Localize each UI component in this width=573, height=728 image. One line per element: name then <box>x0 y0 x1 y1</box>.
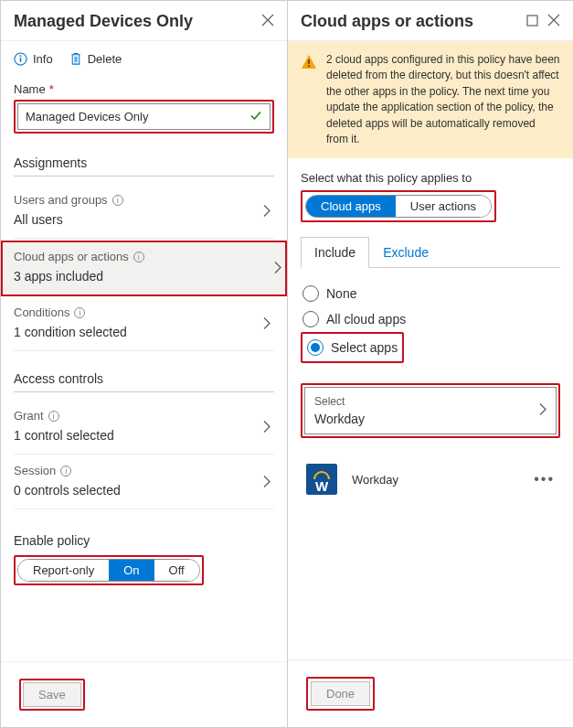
toolbar: Info Delete <box>14 52 274 66</box>
name-input[interactable]: Managed Devices Only <box>17 103 271 130</box>
policy-panel: Managed Devices Only Info Delete Name* M… <box>0 0 287 728</box>
row-grant[interactable]: Granti 1 control selected <box>14 401 274 455</box>
right-panel-title: Cloud apps or actions <box>301 12 517 31</box>
svg-point-1 <box>20 55 22 57</box>
info-icon[interactable]: i <box>133 252 144 262</box>
delete-button[interactable]: Delete <box>69 52 122 66</box>
chevron-right-icon <box>539 403 546 419</box>
workday-logo: W <box>306 464 337 495</box>
app-item-workday: W Workday ••• <box>301 453 560 506</box>
tab-include[interactable]: Include <box>301 237 369 268</box>
info-button[interactable]: Info <box>14 52 53 66</box>
right-panel-header: Cloud apps or actions <box>288 1 573 41</box>
required-asterisk: * <box>49 82 54 96</box>
delete-label: Delete <box>88 52 122 66</box>
pill-report-only[interactable]: Report-only <box>18 560 109 581</box>
select-label: Select <box>314 395 546 408</box>
save-button[interactable]: Save <box>23 682 81 707</box>
assignments-title: Assignments <box>14 155 274 177</box>
info-icon[interactable]: i <box>48 411 59 422</box>
left-panel-header: Managed Devices Only <box>1 1 287 41</box>
more-icon[interactable]: ••• <box>534 471 555 487</box>
save-highlight: Save <box>19 679 85 711</box>
enable-policy-toggle[interactable]: Report-only On Off <box>17 559 200 582</box>
warning-banner: 2 cloud apps configured in this policy h… <box>288 41 573 158</box>
row-cloud-apps[interactable]: Cloud apps or actionsi 3 apps included <box>1 241 287 296</box>
radio-select-apps-highlight: Select apps <box>301 332 404 363</box>
radio-select-apps[interactable]: Select apps <box>305 335 399 360</box>
select-value: Workday <box>314 412 546 426</box>
close-icon[interactable] <box>261 12 274 31</box>
pill-on[interactable]: On <box>109 560 154 581</box>
chevron-right-icon <box>263 204 271 219</box>
chevron-right-icon <box>263 475 271 490</box>
row-conditions[interactable]: Conditionsi 1 condition selected <box>14 298 274 351</box>
pill-user-actions[interactable]: User actions <box>396 196 491 217</box>
pill-off[interactable]: Off <box>154 560 199 581</box>
applies-to-highlight: Cloud apps User actions <box>301 190 496 222</box>
chevron-right-icon <box>263 420 271 435</box>
include-exclude-tabs: Include Exclude <box>301 237 560 268</box>
app-name: Workday <box>352 473 398 487</box>
select-apps-highlight: Select Workday <box>301 383 560 438</box>
info-icon[interactable]: i <box>60 466 71 476</box>
name-input-highlight: Managed Devices Only <box>14 100 274 134</box>
tab-exclude[interactable]: Exclude <box>369 237 442 268</box>
name-input-value: Managed Devices Only <box>26 110 148 123</box>
maximize-icon[interactable] <box>526 12 538 31</box>
pill-cloud-apps[interactable]: Cloud apps <box>306 196 396 217</box>
row-session[interactable]: Sessioni 0 controls selected <box>14 456 274 509</box>
close-icon[interactable] <box>547 12 560 31</box>
name-label: Name* <box>14 82 274 96</box>
access-controls-title: Access controls <box>14 371 274 392</box>
check-icon <box>249 109 262 124</box>
select-apps-picker[interactable]: Select Workday <box>304 387 557 434</box>
info-icon[interactable]: i <box>112 195 123 206</box>
left-panel-title: Managed Devices Only <box>14 12 252 31</box>
info-label: Info <box>33 52 53 66</box>
row-users-and-groups[interactable]: Users and groupsi All users <box>14 186 274 239</box>
warning-icon <box>301 54 317 70</box>
radio-all-cloud-apps[interactable]: All cloud apps <box>301 306 560 332</box>
svg-rect-2 <box>20 58 22 62</box>
chevron-right-icon <box>263 316 271 332</box>
applies-to-toggle[interactable]: Cloud apps User actions <box>305 195 492 218</box>
applies-to-label: Select what this policy applies to <box>301 171 560 185</box>
svg-rect-5 <box>308 65 310 67</box>
radio-none[interactable]: None <box>301 281 560 306</box>
svg-rect-3 <box>527 16 537 26</box>
info-icon[interactable]: i <box>74 307 85 318</box>
done-button[interactable]: Done <box>311 681 370 706</box>
cloud-apps-panel: Cloud apps or actions 2 cloud apps confi… <box>287 0 573 728</box>
done-highlight: Done <box>306 677 375 711</box>
chevron-right-icon <box>274 261 281 276</box>
enable-policy-title: Enable policy <box>14 533 274 548</box>
svg-rect-4 <box>308 59 310 64</box>
enable-policy-highlight: Report-only On Off <box>14 555 204 585</box>
warning-text: 2 cloud apps configured in this policy h… <box>326 52 560 147</box>
include-radio-group: None All cloud apps Select apps <box>301 281 560 363</box>
